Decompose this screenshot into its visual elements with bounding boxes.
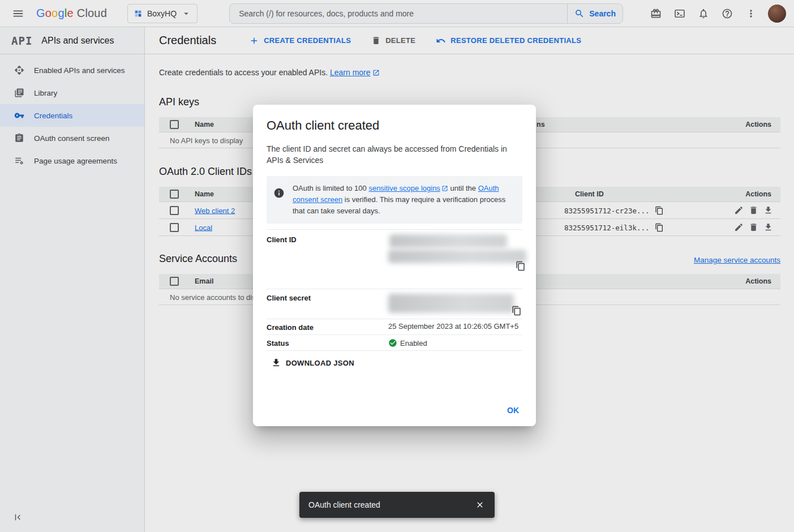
check-circle-icon <box>388 338 397 347</box>
download-json-label: DOWNLOAD JSON <box>286 359 354 367</box>
notice-text: OAuth is limited to 100 sensitive scope … <box>293 183 514 217</box>
redacted-client-id <box>388 250 526 263</box>
close-icon <box>475 500 484 509</box>
client-secret-label: Client secret <box>267 293 388 315</box>
google-cloud-console: G o o g l e Cloud BoxyHQ Search <box>0 0 794 532</box>
copy-icon <box>516 261 526 271</box>
client-secret-value <box>388 293 522 315</box>
creation-date-value: 25 September 2023 at 10:26:05 GMT+5 <box>388 322 522 332</box>
notice-segment: OAuth is limited to 100 <box>293 184 368 192</box>
notice-link-label: sensitive scope logins <box>368 184 440 192</box>
ok-button[interactable]: OK <box>501 401 525 419</box>
notice-segment: until the <box>448 184 478 192</box>
client-id-row: Client ID <box>267 229 522 289</box>
snackbar-close-button[interactable] <box>471 496 489 514</box>
oauth-client-created-dialog: OAuth client created The client ID and s… <box>253 105 536 426</box>
info-icon <box>273 187 285 199</box>
download-icon <box>271 358 281 368</box>
copy-client-secret-button[interactable] <box>510 304 523 318</box>
copy-icon <box>512 306 522 316</box>
status-label: Status <box>267 338 388 347</box>
dialog-body-text: The client ID and secret can always be a… <box>267 143 509 166</box>
status-text: Enabled <box>400 339 427 347</box>
download-json-button[interactable]: DOWNLOAD JSON <box>271 358 354 368</box>
snackbar-message: OAuth client created <box>308 500 471 509</box>
creation-date-row: Creation date 25 September 2023 at 10:26… <box>267 319 522 334</box>
redacted-client-secret <box>388 294 514 313</box>
oauth-limit-notice: OAuth is limited to 100 sensitive scope … <box>267 176 522 224</box>
redacted-client-id <box>389 234 507 248</box>
client-id-value <box>388 234 526 283</box>
client-id-label: Client ID <box>267 234 388 283</box>
client-secret-row: Client secret <box>267 289 522 319</box>
dialog-title: OAuth client created <box>267 118 522 133</box>
snackbar: OAuth client created <box>299 492 495 518</box>
creation-date-label: Creation date <box>267 322 388 332</box>
status-row: Status Enabled <box>267 334 522 351</box>
status-value: Enabled <box>388 338 522 347</box>
copy-client-id-button[interactable] <box>514 259 527 273</box>
sensitive-scope-logins-link[interactable]: sensitive scope logins <box>368 184 448 192</box>
external-link-icon <box>441 185 448 192</box>
